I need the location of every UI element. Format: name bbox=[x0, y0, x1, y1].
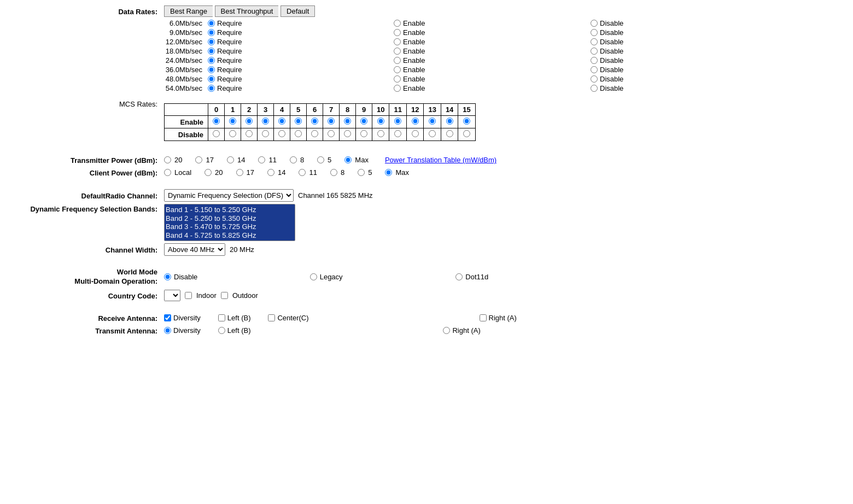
disable-radio-6[interactable] bbox=[591, 75, 598, 83]
enable-radio-0[interactable] bbox=[394, 20, 401, 27]
mcs-enable-radio-3[interactable] bbox=[262, 118, 269, 125]
mcs-disable-radio-10[interactable] bbox=[377, 130, 384, 137]
disable-radio-0[interactable] bbox=[591, 20, 598, 27]
rx-centerc-checkbox[interactable] bbox=[268, 314, 275, 321]
default-button[interactable]: Default bbox=[281, 5, 315, 17]
rx-leftb-checkbox[interactable] bbox=[218, 314, 225, 321]
mcs-enable-radio-14[interactable] bbox=[446, 118, 453, 125]
mcs-disable-radio-8[interactable] bbox=[344, 130, 351, 137]
tx-power-radio-2[interactable] bbox=[227, 156, 234, 163]
country-code-select[interactable] bbox=[164, 290, 180, 301]
mcs-disable-radio-13[interactable] bbox=[429, 130, 436, 137]
world-mode-dot11d-radio[interactable] bbox=[455, 273, 463, 280]
mcs-enable-radio-12[interactable] bbox=[412, 118, 419, 125]
tx-power-radio-6[interactable] bbox=[344, 156, 352, 163]
client-power-radio-1[interactable] bbox=[205, 169, 212, 176]
mcs-enable-radio-8[interactable] bbox=[344, 118, 351, 125]
enable-radio-6[interactable] bbox=[394, 75, 401, 83]
enable-radio-4[interactable] bbox=[394, 57, 401, 64]
mcs-enable-radio-11[interactable] bbox=[394, 118, 401, 125]
power-translation-link[interactable]: Power Translation Table (mW/dBm) bbox=[385, 156, 496, 164]
require-radio-5[interactable] bbox=[208, 66, 215, 73]
mcs-disable-radio-1[interactable] bbox=[229, 130, 236, 137]
mcs-disable-radio-5[interactable] bbox=[295, 130, 302, 137]
mcs-enable-radio-6[interactable] bbox=[311, 118, 318, 125]
rx-righta-checkbox[interactable] bbox=[480, 314, 487, 321]
mcs-disable-radio-12[interactable] bbox=[412, 130, 419, 137]
mcs-disable-cell-8 bbox=[340, 128, 356, 141]
require-radio-7[interactable] bbox=[208, 85, 215, 92]
mcs-disable-radio-15[interactable] bbox=[463, 130, 470, 137]
mcs-enable-radio-7[interactable] bbox=[328, 118, 335, 125]
require-radio-4[interactable] bbox=[208, 57, 215, 64]
require-radio-0[interactable] bbox=[208, 20, 215, 27]
mcs-enable-radio-1[interactable] bbox=[229, 118, 236, 125]
tx-diversity-radio[interactable] bbox=[164, 327, 171, 334]
best-throughput-button[interactable]: Best Throughput bbox=[215, 5, 279, 17]
tx-power-label-4: 8 bbox=[300, 156, 304, 164]
mcs-disable-radio-7[interactable] bbox=[328, 130, 335, 137]
mcs-enable-radio-9[interactable] bbox=[360, 118, 367, 125]
disable-radio-7[interactable] bbox=[591, 85, 598, 92]
tx-power-radio-0[interactable] bbox=[164, 156, 171, 163]
tx-righta-radio[interactable] bbox=[443, 327, 450, 334]
mcs-disable-radio-14[interactable] bbox=[446, 130, 453, 137]
require-radio-1[interactable] bbox=[208, 29, 215, 36]
receive-antenna-label: Receive Antenna: bbox=[11, 313, 164, 323]
client-power-radio-2[interactable] bbox=[236, 169, 243, 176]
enable-radio-2[interactable] bbox=[394, 38, 401, 45]
world-mode-legacy-label: Legacy bbox=[320, 273, 343, 281]
require-label-0: Require bbox=[217, 19, 242, 27]
tx-power-radio-4[interactable] bbox=[290, 156, 297, 163]
outdoor-label: Outdoor bbox=[232, 291, 258, 300]
mcs-enable-radio-5[interactable] bbox=[295, 118, 302, 125]
mcs-disable-radio-6[interactable] bbox=[311, 130, 318, 137]
enable-radio-1[interactable] bbox=[394, 29, 401, 36]
dfs-bands-listbox[interactable]: Band 1 - 5.150 to 5.250 GHz Band 2 - 5.2… bbox=[164, 204, 295, 241]
enable-radio-7[interactable] bbox=[394, 85, 401, 92]
mcs-enable-radio-2[interactable] bbox=[246, 118, 253, 125]
client-power-radio-3[interactable] bbox=[267, 169, 274, 176]
mcs-enable-radio-15[interactable] bbox=[463, 118, 470, 125]
disable-radio-2[interactable] bbox=[591, 38, 598, 45]
client-power-radio-6[interactable] bbox=[358, 169, 365, 176]
world-mode-disable-radio[interactable] bbox=[164, 273, 171, 280]
channel-width-label: Channel Width: bbox=[11, 245, 164, 254]
mcs-disable-radio-0[interactable] bbox=[213, 130, 220, 137]
channel-width-select[interactable]: Above 40 MHz bbox=[164, 243, 225, 256]
enable-radio-3[interactable] bbox=[394, 48, 401, 55]
tx-power-radio-3[interactable] bbox=[258, 156, 265, 163]
mcs-enable-radio-0[interactable] bbox=[213, 118, 220, 125]
outdoor-checkbox[interactable] bbox=[221, 292, 228, 299]
mcs-enable-radio-10[interactable] bbox=[377, 118, 384, 125]
tx-power-radio-1[interactable] bbox=[195, 156, 202, 163]
disable-radio-4[interactable] bbox=[591, 57, 598, 64]
disable-radio-5[interactable] bbox=[591, 66, 598, 73]
mcs-disable-radio-9[interactable] bbox=[360, 130, 367, 137]
require-radio-6[interactable] bbox=[208, 75, 215, 83]
enable-radio-5[interactable] bbox=[394, 66, 401, 73]
mcs-enable-cell-4 bbox=[274, 116, 290, 128]
require-radio-3[interactable] bbox=[208, 48, 215, 55]
client-power-radio-4[interactable] bbox=[299, 169, 306, 176]
disable-radio-1[interactable] bbox=[591, 29, 598, 36]
disable-radio-3[interactable] bbox=[591, 48, 598, 55]
require-radio-2[interactable] bbox=[208, 38, 215, 45]
tx-power-radio-5[interactable] bbox=[317, 156, 324, 163]
client-power-radio-0[interactable] bbox=[164, 169, 171, 176]
mcs-enable-radio-4[interactable] bbox=[278, 118, 285, 125]
mcs-disable-radio-3[interactable] bbox=[262, 130, 269, 137]
world-mode-legacy-radio[interactable] bbox=[310, 273, 317, 280]
client-power-radio-7[interactable] bbox=[385, 169, 392, 176]
best-range-button[interactable]: Best Range bbox=[164, 5, 213, 17]
client-power-radio-5[interactable] bbox=[330, 169, 337, 176]
dfs-bands-label: Dynamic Frequency Selection Bands: bbox=[11, 204, 164, 213]
tx-leftb-radio[interactable] bbox=[218, 327, 225, 334]
mcs-disable-radio-2[interactable] bbox=[246, 130, 253, 137]
default-radio-channel-select[interactable]: Dynamic Frequency Selection (DFS) bbox=[164, 189, 294, 202]
mcs-enable-radio-13[interactable] bbox=[429, 118, 436, 125]
mcs-disable-radio-11[interactable] bbox=[394, 130, 401, 137]
mcs-disable-radio-4[interactable] bbox=[278, 130, 285, 137]
indoor-checkbox[interactable] bbox=[185, 292, 192, 299]
rx-diversity-checkbox[interactable] bbox=[164, 314, 171, 321]
